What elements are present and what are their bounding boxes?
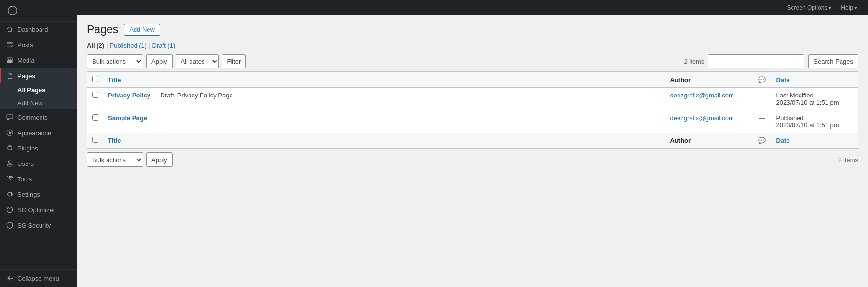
row2-author-cell: deezgrafix@gmail.com — [665, 110, 752, 133]
row1-author-link[interactable]: deezgrafix@gmail.com — [670, 92, 734, 99]
sidebar-item-media-label: Media — [17, 57, 34, 64]
row2-date-value: 2023/07/10 at 1:51 pm — [776, 122, 839, 129]
row1-author-cell: deezgrafix@gmail.com — [665, 88, 752, 110]
sidebar-item-users-label: Users — [17, 160, 34, 167]
row2-date-cell: Published 2023/07/10 at 1:51 pm — [772, 110, 858, 133]
row2-date-label: Published — [776, 114, 804, 122]
help-button[interactable]: Help ▾ — [838, 2, 860, 13]
row2-author-link[interactable]: deezgrafix@gmail.com — [670, 114, 734, 122]
comments-bubble-icon: 💬 — [758, 76, 766, 83]
filter-tab-published-label: Published — [110, 42, 137, 49]
collapse-menu-button[interactable]: Collapse menu — [0, 269, 77, 287]
apply-button-top[interactable]: Apply — [146, 54, 173, 68]
th-date-link[interactable]: Date — [776, 76, 790, 83]
select-all-footer-checkbox[interactable] — [92, 137, 98, 143]
help-chevron: ▾ — [854, 4, 857, 11]
screen-options-button[interactable]: Screen Options ▾ — [785, 2, 835, 13]
filter-button-top[interactable]: Filter — [222, 54, 246, 68]
tfoot-date-link[interactable]: Date — [776, 137, 790, 144]
sidebar-item-comments[interactable]: Comments — [0, 109, 77, 125]
tfoot-title-link[interactable]: Title — [108, 137, 121, 144]
sidebar-item-media[interactable]: Media — [0, 53, 77, 68]
page-header: Pages Add New — [87, 23, 858, 36]
screen-options-label: Screen Options — [787, 4, 827, 11]
apply-button-bottom[interactable]: Apply — [146, 152, 173, 167]
bulk-actions-dropdown-bottom[interactable]: Bulk actions Edit Move to Trash — [87, 153, 143, 166]
items-count-bottom: 2 items — [838, 156, 858, 164]
pages-table: Title Author 💬 Date — [87, 71, 858, 149]
help-label: Help — [841, 4, 853, 11]
main-content: Screen Options ▾ Help ▾ Pages Add New Al… — [77, 0, 868, 287]
th-checkbox — [87, 72, 104, 88]
wp-logo-icon — [8, 6, 17, 15]
plugins-icon — [6, 144, 14, 152]
sidebar-item-posts-label: Posts — [17, 41, 33, 49]
sidebar: Dashboard Posts Media Pages All Pages Ad… — [0, 0, 77, 287]
row1-title-cell: Privacy Policy — Draft, Privacy Policy P… — [103, 88, 665, 110]
filter-tab-all[interactable]: All (2) — [87, 42, 104, 49]
topbar: Screen Options ▾ Help ▾ — [77, 0, 868, 15]
collapse-icon — [6, 274, 14, 282]
row2-title-cell: Sample Page — [103, 110, 665, 133]
sidebar-item-users[interactable]: Users — [0, 156, 77, 171]
search-pages-button[interactable]: Search Pages — [808, 54, 858, 68]
tfoot-date: Date — [772, 133, 858, 149]
svg-point-0 — [7, 207, 12, 212]
tfoot-comments-icon: 💬 — [758, 137, 766, 144]
sidebar-item-comments-label: Comments — [17, 114, 48, 121]
th-author: Author — [665, 72, 752, 88]
screen-options-chevron: ▾ — [828, 4, 831, 11]
row1-checkbox[interactable] — [92, 92, 98, 98]
table-row: Sample Page deezgrafix@gmail.com — Publi… — [87, 110, 858, 133]
add-new-button[interactable]: Add New — [124, 24, 160, 36]
th-date: Date — [772, 72, 858, 88]
sidebar-item-pages[interactable]: Pages — [0, 68, 77, 83]
tfoot-author: Author — [665, 133, 752, 149]
posts-icon — [6, 41, 14, 49]
row1-checkbox-cell — [87, 88, 104, 110]
sidebar-item-tools-label: Tools — [17, 176, 32, 183]
dates-dropdown-top[interactable]: All dates July 2023 — [176, 55, 218, 68]
sidebar-item-sg-optimizer[interactable]: SG Optimizer — [0, 202, 77, 218]
dates-select-top[interactable]: All dates July 2023 — [176, 54, 219, 68]
users-icon — [6, 160, 14, 167]
bulk-actions-dropdown-top[interactable]: Bulk actions Edit Move to Trash — [87, 55, 143, 68]
settings-icon — [6, 191, 14, 198]
row1-title-link[interactable]: Privacy Policy — [108, 92, 150, 99]
sidebar-submenu-all-pages[interactable]: All Pages — [0, 83, 77, 96]
sidebar-item-sg-security-label: SG Security — [17, 222, 51, 229]
sidebar-item-appearance[interactable]: Appearance — [0, 125, 77, 140]
tfoot-checkbox — [87, 133, 104, 149]
sidebar-item-sg-optimizer-label: SG Optimizer — [17, 206, 55, 214]
sidebar-item-plugins-label: Plugins — [17, 145, 38, 152]
tools-icon — [6, 175, 14, 183]
search-input[interactable] — [708, 54, 804, 68]
toolbar-top-right: 2 items Search Pages — [684, 54, 858, 68]
sidebar-item-sg-security[interactable]: SG Security — [0, 218, 77, 233]
pages-icon — [6, 72, 14, 80]
bulk-actions-select-top[interactable]: Bulk actions Edit Move to Trash — [87, 54, 143, 68]
sidebar-submenu-add-new[interactable]: Add New — [0, 96, 77, 109]
sidebar-item-tools[interactable]: Tools — [0, 171, 77, 187]
table-header-row: Title Author 💬 Date — [87, 72, 858, 88]
sg-optimizer-icon — [6, 206, 14, 214]
sidebar-item-plugins[interactable]: Plugins — [0, 140, 77, 156]
select-all-checkbox[interactable] — [92, 76, 98, 82]
th-title: Title — [103, 72, 665, 88]
comments-icon — [6, 113, 14, 121]
filter-tab-published[interactable]: Published (1) — [110, 42, 147, 49]
sidebar-item-dashboard[interactable]: Dashboard — [0, 22, 77, 37]
row2-checkbox[interactable] — [92, 114, 98, 121]
sidebar-item-pages-label: Pages — [17, 72, 35, 80]
row2-checkbox-cell — [87, 110, 104, 133]
filter-tab-draft-label: Draft — [152, 42, 166, 49]
sidebar-item-settings[interactable]: Settings — [0, 187, 77, 202]
th-title-link[interactable]: Title — [108, 76, 121, 83]
filter-tab-all-label: All — [87, 42, 95, 49]
tfoot-title: Title — [103, 133, 665, 149]
row2-title-link[interactable]: Sample Page — [108, 114, 147, 122]
row1-date-value: 2023/07/10 at 1:51 pm — [776, 99, 839, 106]
filter-tab-draft[interactable]: Draft (1) — [152, 42, 176, 49]
sidebar-item-posts[interactable]: Posts — [0, 37, 77, 53]
bulk-actions-select-bottom[interactable]: Bulk actions Edit Move to Trash — [87, 152, 143, 167]
